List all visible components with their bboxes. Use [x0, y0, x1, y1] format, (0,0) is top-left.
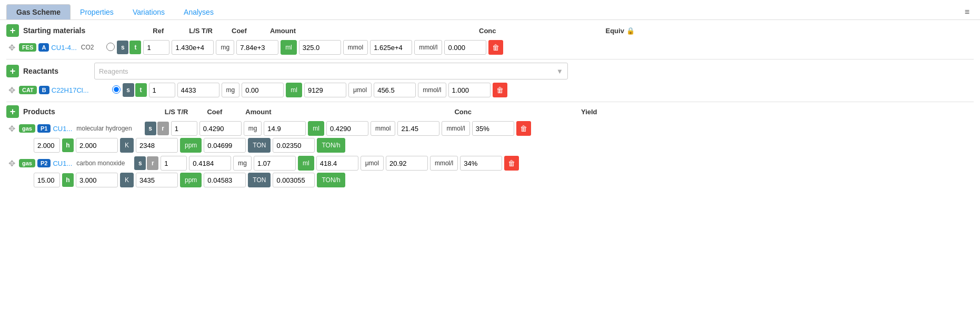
- mol-input-reactant[interactable]: [304, 83, 346, 97]
- tab-variations[interactable]: Variations: [123, 5, 174, 19]
- products-header: + Products L/S T/R Coef Amount Conc Yiel…: [6, 105, 974, 118]
- s-button-p1[interactable]: s: [145, 122, 156, 135]
- t-button-reactant[interactable]: t: [135, 83, 147, 97]
- vol-input-reactant[interactable]: [242, 83, 284, 97]
- reactants-section: + Reactants Reagents ▼ ✥ CAT B C22H17Cl.…: [6, 63, 974, 97]
- col-ls-tr-sm: L/S T/R: [189, 27, 213, 35]
- product-2-row: ✥ gas P2 CU1... carbon monoxide s r mg m…: [6, 156, 974, 171]
- vol-unit-p2[interactable]: ml: [298, 156, 314, 171]
- conc-unit-p1[interactable]: mmol/l: [442, 121, 469, 136]
- amount-unit-p2[interactable]: mg: [233, 156, 252, 171]
- coef-input-reactant[interactable]: [149, 83, 175, 97]
- conc-input-reactant[interactable]: [374, 83, 416, 97]
- vol-unit-reactant[interactable]: ml: [286, 83, 302, 97]
- t-button-sm[interactable]: t: [129, 41, 141, 54]
- ref-radio-sm[interactable]: [106, 43, 115, 51]
- mol-input-sm[interactable]: [299, 40, 341, 55]
- vol-input-p2[interactable]: [254, 156, 296, 171]
- sub-vol-p2[interactable]: [136, 173, 178, 187]
- sub-conc-unit-p1[interactable]: TON/h: [317, 138, 345, 153]
- mol-input-p2[interactable]: [316, 156, 358, 171]
- mol-unit-p2[interactable]: μmol: [361, 156, 384, 171]
- amount-input-p1[interactable]: [199, 121, 242, 136]
- delete-button-p2[interactable]: 🗑: [504, 156, 519, 171]
- sub-coef-p1[interactable]: [34, 138, 60, 153]
- drag-handle-reactant[interactable]: ✥: [6, 85, 17, 95]
- conc-unit-reactant[interactable]: mmol/l: [418, 83, 446, 97]
- sub-vol-p1[interactable]: [136, 138, 178, 153]
- conc-input-sm[interactable]: [370, 40, 412, 55]
- delete-button-reactant[interactable]: 🗑: [493, 83, 507, 97]
- sub-mol-unit-p2[interactable]: TON: [248, 173, 271, 187]
- vol-input-sm[interactable]: [236, 40, 278, 55]
- coef-input-sm[interactable]: [143, 40, 169, 55]
- yield-input-p2[interactable]: [460, 156, 502, 171]
- add-starting-material-button[interactable]: +: [6, 24, 19, 37]
- product-1-group: ✥ gas P1 CU1... molecular hydrogen s r m…: [6, 121, 974, 153]
- coef-input-p1[interactable]: [171, 121, 197, 136]
- tab-properties[interactable]: Properties: [71, 5, 123, 19]
- yield-input-p1[interactable]: [472, 121, 514, 136]
- delete-button-p1[interactable]: 🗑: [516, 121, 531, 136]
- conc-input-p2[interactable]: [386, 156, 428, 171]
- ref-radio-reactant[interactable]: [112, 85, 121, 94]
- drag-handle-p1[interactable]: ✥: [6, 124, 17, 134]
- amount-unit-reactant[interactable]: mg: [222, 83, 240, 97]
- r-button-p2[interactable]: r: [147, 156, 158, 170]
- r-button-p1[interactable]: r: [157, 122, 169, 135]
- vol-unit-sm[interactable]: ml: [281, 40, 297, 55]
- sub-mol-p2[interactable]: [204, 173, 246, 187]
- starting-material-link[interactable]: CU1-4...: [51, 44, 76, 52]
- amount-input-p2[interactable]: [189, 156, 231, 171]
- delete-button-sm[interactable]: 🗑: [488, 40, 503, 55]
- mol-input-p1[interactable]: [326, 121, 368, 136]
- amount-unit-p1[interactable]: mg: [244, 121, 262, 136]
- col-coef-sm: Coef: [232, 27, 247, 35]
- col-amount-sm: Amount: [270, 27, 296, 35]
- amount-input-sm[interactable]: [172, 40, 214, 55]
- sub-conc-p1[interactable]: [273, 138, 315, 153]
- amount-unit-sm[interactable]: mg: [216, 40, 234, 55]
- sub-vol-unit-p2[interactable]: ppm: [180, 173, 202, 187]
- s-button-p2[interactable]: s: [134, 156, 146, 170]
- col-ls-tr-prod: L/S T/R: [165, 108, 188, 116]
- amount-input-reactant[interactable]: [177, 83, 219, 97]
- sub-conc-unit-p2[interactable]: TON/h: [317, 173, 345, 187]
- sub-amount-p2[interactable]: [76, 173, 118, 187]
- tab-gas-scheme[interactable]: Gas Scheme: [6, 4, 71, 19]
- s-button-reactant[interactable]: s: [123, 83, 134, 97]
- drag-handle-sm[interactable]: ✥: [6, 43, 17, 53]
- sub-vol-unit-p1[interactable]: ppm: [180, 138, 202, 153]
- sub-coef-p2[interactable]: [34, 173, 60, 187]
- vol-unit-p1[interactable]: ml: [308, 121, 324, 136]
- h-button-p2[interactable]: h: [62, 173, 74, 187]
- tab-analyses[interactable]: Analyses: [174, 5, 223, 19]
- conc-input-p1[interactable]: [397, 121, 439, 136]
- settings-icon[interactable]: ≡: [961, 5, 974, 19]
- reagents-dropdown[interactable]: Reagents ▼: [94, 63, 568, 79]
- sub-mol-p1[interactable]: [204, 138, 246, 153]
- conc-unit-sm[interactable]: mmol/l: [414, 40, 442, 55]
- sub-conc-p2[interactable]: [273, 173, 315, 187]
- sub-mol-unit-p1[interactable]: TON: [248, 138, 271, 153]
- product-2-link[interactable]: CU1...: [53, 160, 72, 167]
- mol-unit-p1[interactable]: mmol: [371, 121, 395, 136]
- vol-input-p1[interactable]: [264, 121, 306, 136]
- h-button-p1[interactable]: h: [62, 138, 74, 152]
- equiv-input-reactant[interactable]: [448, 83, 491, 97]
- add-product-button[interactable]: +: [6, 105, 19, 118]
- equiv-input-sm[interactable]: [444, 40, 486, 55]
- sub-amount-p1[interactable]: [76, 138, 118, 153]
- conc-unit-p2[interactable]: mmol/l: [430, 156, 458, 171]
- mol-unit-sm[interactable]: mmol: [343, 40, 368, 55]
- coef-input-p2[interactable]: [161, 156, 187, 171]
- sub-amount-unit-p1[interactable]: K: [120, 138, 134, 153]
- reactant-link[interactable]: C22H17Cl...: [52, 86, 89, 94]
- s-button-sm[interactable]: s: [117, 41, 128, 54]
- drag-handle-p2[interactable]: ✥: [6, 158, 17, 168]
- badge-cat: CAT: [19, 86, 37, 94]
- add-reactant-button[interactable]: +: [6, 65, 19, 77]
- mol-unit-reactant[interactable]: μmol: [348, 83, 372, 97]
- sub-amount-unit-p2[interactable]: K: [120, 173, 134, 187]
- product-1-link[interactable]: CU1...: [53, 125, 72, 133]
